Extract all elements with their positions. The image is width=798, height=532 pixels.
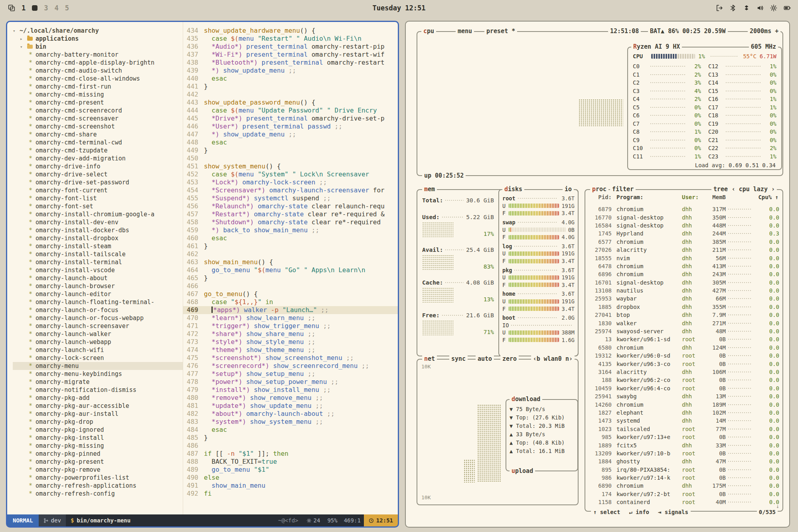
- tree-file[interactable]: *omarchy-font-set: [13, 202, 183, 210]
- cpu-tab[interactable]: cpu: [421, 28, 436, 35]
- process-row[interactable]: 6577chromiumdhh385M0.0: [589, 238, 779, 246]
- tree-file[interactable]: *omarchy-cmd-screensaver: [13, 115, 183, 123]
- screens-icon[interactable]: [8, 4, 15, 12]
- tree-file[interactable]: *omarchy-migrate: [13, 378, 183, 386]
- process-row[interactable]: 986kworker/u97:14-kroot0B0.0: [589, 474, 779, 482]
- tree-file[interactable]: *omarchy-cmd-present: [13, 99, 183, 107]
- net-auto-tab[interactable]: auto: [476, 355, 494, 363]
- process-row[interactable]: 6896chromiumdhh243M0.0: [589, 270, 779, 278]
- process-row[interactable]: 14260chromiumdhh189M0.0: [589, 400, 779, 408]
- workspace-1[interactable]: 1: [22, 4, 26, 12]
- scroll-down-icon[interactable]: ↓: [776, 503, 779, 509]
- process-row[interactable]: 10459kworker/u96:4-coroot0B0.0: [589, 384, 779, 392]
- tree-file[interactable]: *omarchy-cmd-screenshot: [13, 123, 183, 131]
- footer-hint[interactable]: ⇥ signals: [658, 509, 688, 515]
- process-row[interactable]: 19312kworker/u96:0-sdroot0B0.0: [589, 352, 779, 360]
- process-row[interactable]: 16584signal-desktopdhh448M0.0: [589, 222, 779, 229]
- process-row[interactable]: 1885dropboxdhh355M0.0: [589, 303, 779, 311]
- tree-file[interactable]: *omarchy-drive-select: [13, 170, 183, 178]
- tree-file[interactable]: *omarchy-cmd-apple-display-brightn: [13, 59, 183, 67]
- tree-file[interactable]: *omarchy-drive-info: [13, 162, 183, 170]
- tree-file[interactable]: *omarchy-cmd-terminal-cwd: [13, 138, 183, 146]
- tree-folder[interactable]: ▾bin: [13, 43, 183, 51]
- process-row[interactable]: 25941swaybgdhh13M0.0: [589, 392, 779, 400]
- tree-file[interactable]: *omarchy-cmd-first-run: [13, 83, 183, 91]
- process-row[interactable]: 25974swayosd-serverdhh48M0.0: [589, 327, 779, 335]
- disks-tab[interactable]: disks: [502, 186, 524, 193]
- mem-tab[interactable]: mem: [422, 186, 437, 193]
- tree-file[interactable]: *omarchy-pkg-pinned: [13, 450, 183, 458]
- tree-file[interactable]: *omarchy-install-docker-dbs: [13, 226, 183, 234]
- process-row[interactable]: 27026alacrittydhh211M0.0: [589, 246, 779, 254]
- filter-tab[interactable]: filter: [610, 186, 636, 193]
- workspace-3[interactable]: 3: [44, 4, 48, 12]
- process-row[interactable]: 16770signal-desktopdhh350M0.0: [589, 213, 779, 221]
- process-row[interactable]: 6478chromiumdhh413M0.0: [589, 262, 779, 270]
- workspace-5[interactable]: 5: [65, 4, 69, 12]
- tree-file[interactable]: *omarchy-launch-editor: [13, 290, 183, 298]
- tree-file[interactable]: *omarchy-launch-or-focus: [13, 306, 183, 314]
- logout-icon[interactable]: [716, 4, 723, 12]
- tree-file[interactable]: *omarchy-cmd-tzupdate: [13, 146, 183, 154]
- bluetooth-icon[interactable]: [729, 4, 737, 12]
- tree-file[interactable]: *omarchy-cmd-screenrecord: [13, 107, 183, 115]
- preset-tab[interactable]: preset *: [484, 28, 517, 35]
- tree-file[interactable]: *omarchy-notification-dismiss: [13, 386, 183, 394]
- tree-file[interactable]: *omarchy-pkg-aur-install: [13, 410, 183, 418]
- tree-file[interactable]: *omarchy-dev-add-migration: [13, 154, 183, 162]
- tree-file[interactable]: *omarchy-font-list: [13, 194, 183, 202]
- volume-icon[interactable]: [757, 4, 764, 12]
- process-row[interactable]: 4135kworker/u96:3-coroot0B0.0: [589, 360, 779, 368]
- tree-file[interactable]: *omarchy-launch-or-focus-webapp: [13, 314, 183, 322]
- footer-hint[interactable]: ↑ select: [593, 509, 620, 515]
- tree-file[interactable]: *omarchy-cmd-missing: [13, 91, 183, 99]
- process-row[interactable]: 1745Hyprlanddhh244M0.3: [589, 229, 779, 237]
- code-editor[interactable]: 434show_update_hardware_menu() {435 case…: [183, 22, 398, 514]
- tree-file[interactable]: *omarchy-launch-floating-terminal-: [13, 298, 183, 306]
- process-row[interactable]: 1473systemddhh14M0.0: [589, 417, 779, 425]
- tree-file[interactable]: *omarchy-menu-keybindings: [13, 370, 183, 378]
- tree-file[interactable]: *omarchy-pkg-ignored: [13, 426, 183, 434]
- process-row[interactable]: 16701signal-desktopdhh305M0.0: [589, 279, 779, 287]
- tree-file[interactable]: *omarchy-install-dev-env: [13, 218, 183, 226]
- tree-file[interactable]: *omarchy-pkg-remove: [13, 466, 183, 474]
- tree-file[interactable]: *omarchy-pkg-install: [13, 434, 183, 442]
- tree-file[interactable]: *omarchy-pkg-present: [13, 458, 183, 466]
- net-zero-tab[interactable]: zero: [500, 355, 519, 363]
- process-row[interactable]: 3164alacrittydhh106M0.0: [589, 368, 779, 376]
- process-row[interactable]: 1889fcitx5dhh33M0.0: [589, 441, 779, 449]
- tree-file[interactable]: *omarchy-pkg-drop: [13, 418, 183, 426]
- tree-file[interactable]: *omarchy-launch-about: [13, 274, 183, 282]
- tree-file[interactable]: *omarchy-powerprofiles-list: [13, 474, 183, 482]
- footer-hint[interactable]: ↵ info: [629, 509, 649, 515]
- tree-file[interactable]: *omarchy-pkg-aur-accessible: [13, 402, 183, 410]
- col-program[interactable]: Program:: [612, 194, 682, 200]
- io-tab[interactable]: io: [563, 186, 574, 193]
- tree-file[interactable]: *omarchy-launch-screensaver: [13, 322, 183, 330]
- tree-file[interactable]: *omarchy-launch-webapp: [13, 338, 183, 346]
- tree-file[interactable]: *omarchy-install-vscode: [13, 266, 183, 274]
- process-row[interactable]: 6580chromiumdhh124M0.0: [589, 344, 779, 352]
- proc-tab[interactable]: proc: [590, 186, 608, 193]
- process-row[interactable]: 985kworker/u97:13+eroot0B0.0: [589, 433, 779, 441]
- battery-icon[interactable]: [784, 4, 791, 12]
- process-row[interactable]: 6879chromiumdhh317M0.0: [589, 205, 779, 213]
- process-row[interactable]: 1827elephantdhh102M0.0: [589, 409, 779, 417]
- menu-tab[interactable]: menu: [456, 28, 474, 35]
- dropbox-icon[interactable]: [743, 4, 750, 12]
- gear-icon[interactable]: [770, 4, 777, 12]
- net-sync-tab[interactable]: sync: [449, 355, 468, 363]
- process-row[interactable]: 18555nvimdhh56M0.0: [589, 254, 779, 262]
- tree-file[interactable]: *omarchy-cmd-close-all-windows: [13, 75, 183, 83]
- process-row[interactable]: 13209kworker/u97:10-broot0B0.0: [589, 449, 779, 457]
- tree-file[interactable]: *omarchy-menu: [13, 362, 183, 370]
- tree-root[interactable]: ▾~/.local/share/omarchy: [13, 27, 183, 35]
- tree-file[interactable]: *omarchy-install-terminal: [13, 258, 183, 266]
- process-row[interactable]: 13kworker/u96:1-sdroot0B0.0: [589, 335, 779, 343]
- process-row[interactable]: 1158containerdroot40M0.0: [589, 498, 779, 505]
- tree-file[interactable]: *omarchy-drive-set-password: [13, 178, 183, 186]
- net-tab[interactable]: net: [422, 355, 437, 363]
- tree-file[interactable]: *omarchy-install-chromium-google-a: [13, 210, 183, 218]
- process-row[interactable]: 1023tailscaledroot77M0.0: [589, 425, 779, 433]
- col-cpu[interactable]: Cpu% ↑: [754, 194, 778, 200]
